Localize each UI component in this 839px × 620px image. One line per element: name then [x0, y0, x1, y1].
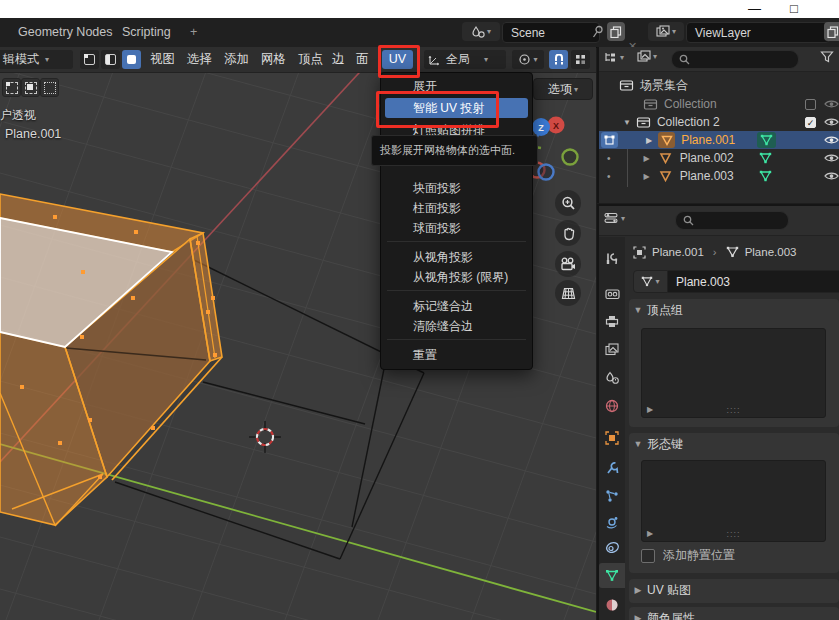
shape-keys-header[interactable]: ▼ 形态键 — [629, 433, 839, 455]
breadcrumb-object[interactable]: Plane.001 — [652, 246, 704, 258]
outliner-row-plane-002[interactable]: • ▶ Plane.002 — [599, 149, 839, 167]
list-expand-icon[interactable]: ▶ — [647, 529, 653, 538]
mesh-data-icon[interactable] — [757, 132, 776, 148]
collection-checkbox-unchecked[interactable] — [805, 99, 816, 110]
tab-object-data[interactable] — [599, 563, 625, 588]
tab-constraints[interactable] — [599, 535, 625, 560]
face-select-button[interactable] — [122, 50, 141, 69]
outliner-search-input[interactable] — [671, 50, 799, 69]
vertex-groups-header[interactable]: ▼ 顶点组 — [629, 299, 839, 321]
menu-item-sphere-projection[interactable]: 球面投影 — [385, 218, 528, 238]
outliner-row-plane-003[interactable]: • ▶ Plane.003 — [599, 167, 839, 185]
eye-icon[interactable] — [824, 152, 839, 164]
pivot-point-dropdown[interactable]: ▾ — [512, 50, 544, 69]
properties-search-input[interactable] — [675, 211, 789, 230]
outliner-row-collection[interactable]: Collection — [599, 95, 839, 113]
menu-item-cylinder-projection[interactable]: 柱面投影 — [385, 198, 528, 218]
tab-physics[interactable] — [599, 509, 625, 534]
edge-select-button[interactable] — [101, 50, 120, 69]
new-scene-button[interactable] — [607, 22, 625, 41]
toggle-ortho-button[interactable] — [555, 280, 581, 306]
camera-view-button[interactable] — [555, 251, 581, 277]
menu-view[interactable]: 视图 — [150, 47, 175, 72]
menu-mesh[interactable]: 网格 — [261, 47, 286, 72]
gizmo-z-neg-axis[interactable] — [539, 165, 554, 180]
tab-scene[interactable] — [599, 365, 625, 390]
eye-icon[interactable] — [824, 170, 839, 182]
mode-selector-dropdown[interactable]: 辑模式 ▾ — [0, 50, 73, 69]
menu-vertex[interactable]: 顶点 — [298, 47, 323, 72]
viewport-3d[interactable]: X Z 选项▾ 户透视 Plane.001 — [0, 47, 596, 620]
menu-edge[interactable]: 边 — [332, 47, 345, 72]
tab-render[interactable] — [599, 281, 625, 306]
minimize-button[interactable]: — — [748, 0, 761, 18]
uv-maps-header[interactable]: ▶ UV 贴图 — [629, 579, 839, 601]
eye-icon[interactable] — [824, 134, 839, 146]
menu-item-reset[interactable]: 重置 — [385, 345, 528, 365]
list-resize-grip[interactable]: :::: — [726, 405, 740, 415]
outliner-display-mode-button[interactable]: ▾ — [637, 50, 657, 63]
shape-keys-list[interactable]: ▶ :::: — [641, 460, 826, 542]
tool-options-dropdown[interactable]: 选项▾ — [533, 78, 593, 100]
pin-icon[interactable] — [592, 25, 604, 39]
list-resize-grip[interactable]: :::: — [726, 529, 740, 539]
view-layer-type-button[interactable]: ▾ — [648, 22, 684, 41]
menu-item-project-from-view[interactable]: 从视角投影 — [385, 247, 528, 267]
expand-arrow-icon[interactable]: ▶ — [646, 136, 652, 145]
pan-view-button[interactable] — [555, 220, 581, 246]
expand-arrow-icon[interactable]: ▼ — [623, 118, 631, 127]
transform-orientation-dropdown[interactable]: 全局 ▾ — [424, 50, 506, 69]
outliner-row-collection-2[interactable]: ▼ Collection 2 ✓ — [599, 113, 839, 131]
collection-2-checkbox-checked[interactable]: ✓ — [805, 117, 816, 128]
select-mode-new-button[interactable] — [2, 78, 21, 97]
eye-icon[interactable] — [824, 98, 839, 110]
snap-toggle-button[interactable] — [549, 50, 568, 69]
menu-item-clear-seam[interactable]: 清除缝合边 — [385, 316, 528, 336]
mesh-data-icon[interactable] — [759, 170, 772, 182]
expand-arrow-icon[interactable]: ▶ — [644, 172, 650, 181]
menu-select[interactable]: 选择 — [187, 47, 212, 72]
list-expand-icon[interactable]: ▶ — [647, 405, 653, 414]
zoom-view-button[interactable] — [555, 190, 581, 216]
menu-item-project-from-view-bounds[interactable]: 从视角投影 (限界) — [385, 267, 528, 287]
eye-icon[interactable] — [824, 116, 839, 128]
breadcrumb-data[interactable]: Plane.003 — [745, 246, 797, 258]
proportional-editing-button[interactable] — [571, 50, 590, 69]
workspace-tab-scripting[interactable]: Scripting — [116, 18, 177, 46]
tab-world[interactable] — [599, 393, 625, 418]
tab-modifiers[interactable] — [599, 455, 625, 480]
new-view-layer-button[interactable] — [824, 22, 839, 41]
menu-face[interactable]: 面 — [356, 47, 369, 72]
scene-type-button[interactable]: ▾ — [462, 22, 500, 41]
properties-type-button[interactable]: ▾ — [604, 211, 625, 225]
expand-arrow-icon[interactable]: ▶ — [644, 154, 650, 163]
workspace-tab-geometry-nodes[interactable]: Geometry Nodes — [12, 18, 118, 46]
tab-particles[interactable] — [599, 483, 625, 508]
tab-object[interactable] — [599, 425, 625, 450]
datablock-type-button[interactable]: ▾ — [633, 270, 668, 293]
outliner-filter-button[interactable] — [820, 50, 834, 63]
mesh-data-icon[interactable] — [759, 152, 772, 164]
vertex-select-button[interactable] — [80, 50, 99, 69]
select-mode-extend-button[interactable] — [21, 78, 40, 97]
outliner-row-scene-collection[interactable]: 场景集合 — [599, 76, 839, 94]
gizmo-y-neg-axis[interactable] — [563, 150, 578, 165]
menu-add[interactable]: 添加 — [224, 47, 249, 72]
scene-name-field[interactable]: Scene — [502, 22, 600, 43]
tab-tool[interactable] — [599, 246, 625, 271]
add-workspace-button[interactable]: + — [184, 18, 203, 46]
vertex-groups-list[interactable]: ▶ :::: — [641, 328, 826, 418]
add-rest-position-checkbox[interactable] — [641, 549, 655, 563]
menu-item-cube-projection[interactable]: 块面投影 — [385, 178, 528, 198]
outliner-type-button[interactable]: ▾ — [603, 50, 624, 64]
tab-view-layer[interactable] — [599, 337, 625, 362]
menu-item-mark-seam[interactable]: 标记缝合边 — [385, 296, 528, 316]
color-attributes-header[interactable]: ▶ 颜色属性 — [629, 607, 839, 620]
tab-material[interactable] — [599, 592, 625, 617]
outliner-row-plane-001[interactable]: ▶ Plane.001 — [599, 131, 839, 149]
select-mode-subtract-button[interactable] — [40, 78, 59, 97]
edit-mode-badge-icon[interactable] — [601, 132, 618, 148]
view-layer-name-field[interactable]: ViewLayer — [686, 22, 830, 43]
tab-output[interactable] — [599, 309, 625, 334]
maximize-button[interactable]: □ — [790, 0, 798, 18]
